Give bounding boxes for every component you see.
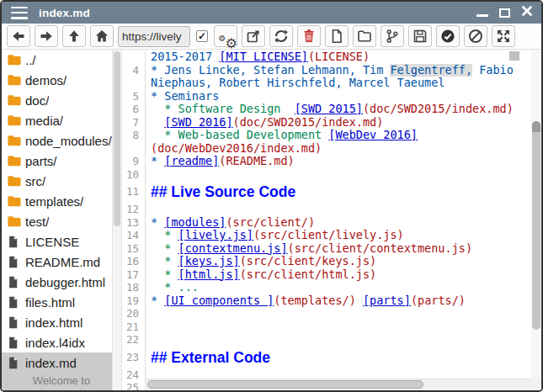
nav-buttons: [4, 25, 115, 47]
folder-item[interactable]: node_modules/: [2, 130, 121, 151]
up-button[interactable]: [62, 25, 86, 47]
editor-row: 22: [122, 333, 541, 347]
file-label: doc/: [25, 93, 49, 108]
home-icon: [93, 28, 110, 45]
menu-icon[interactable]: [11, 7, 28, 19]
selected-file-preview: Welcome to: [2, 373, 121, 390]
accept-button[interactable]: [436, 25, 460, 47]
folder-item[interactable]: ../: [2, 50, 121, 70]
code-segment: (doc/SWD2015/index.md): [363, 103, 514, 115]
scrollbar-corner: [531, 379, 541, 390]
code-editor[interactable]: 2015-2017 [MIT LICENSE](LICENSE)4* Jens …: [122, 50, 541, 390]
file-list: ../demos/doc/media/node_modules/parts/sr…: [2, 50, 121, 373]
code-line: * [lively.js](src/client/lively.js): [146, 229, 541, 242]
new-file-icon: [328, 28, 345, 45]
new-file-button[interactable]: [325, 25, 349, 47]
file-item[interactable]: debugger.html: [2, 272, 121, 292]
file-item[interactable]: files.html: [2, 292, 121, 312]
maximize-icon[interactable]: [499, 8, 510, 18]
line-number: 21: [122, 320, 146, 334]
settings-button[interactable]: ⚙⚙: [214, 25, 237, 47]
code-line: * [readme](README.md): [146, 155, 541, 168]
code-segment: (src/client/html.js): [240, 268, 377, 281]
file-item[interactable]: index.html: [2, 312, 121, 332]
code-segment: * Jens Lincke, Stefan Lehmann, Tim: [151, 64, 390, 77]
editor-vertical-scrollbar[interactable]: [531, 50, 541, 379]
file-label: src/: [25, 174, 45, 188]
editor-vertical-scrollbar-thumb[interactable]: [532, 121, 540, 330]
file-label: node_modules/: [25, 134, 112, 148]
save-button[interactable]: [408, 25, 432, 47]
file-item[interactable]: index.md: [2, 352, 121, 373]
code-line: Niephaus, Robert Hirschfeld, Marcel Taeu…: [146, 77, 541, 90]
open-external-icon: [245, 28, 262, 45]
folder-icon: [7, 133, 22, 148]
folder-item[interactable]: parts/: [2, 151, 121, 171]
file-item[interactable]: LICENSE: [2, 231, 121, 252]
code-line: * [modules](src/client/): [146, 216, 541, 230]
home-button[interactable]: [90, 25, 114, 47]
folder-icon: [7, 72, 22, 87]
editor-row: 7 [SWD 2016](doc/SWD2015/index.md): [122, 116, 541, 130]
editor-rows: 2015-2017 [MIT LICENSE](LICENSE)4* Jens …: [122, 50, 541, 390]
code-segment: (parts/): [411, 294, 466, 307]
editor-row: 12: [122, 203, 541, 216]
folder-item[interactable]: templates/: [2, 191, 121, 211]
folder-item[interactable]: test/: [2, 211, 121, 231]
editor-row: 15 * [contextmenu.js](src/client/context…: [122, 242, 541, 256]
minimize-icon[interactable]: [476, 14, 488, 17]
file-browser-sidebar: ../demos/doc/media/node_modules/parts/sr…: [2, 50, 122, 390]
close-icon[interactable]: [521, 5, 533, 20]
editor-horizontal-scrollbar[interactable]: [146, 379, 531, 390]
markdown-link: [modules]: [164, 216, 226, 229]
line-number: [122, 142, 146, 156]
editor-row: 21: [122, 320, 541, 334]
markdown-link: [keys.js]: [178, 255, 240, 268]
code-segment: Felgentreff,: [390, 64, 472, 77]
sidebar-scrollbar-thumb[interactable]: [114, 51, 120, 226]
new-folder-button[interactable]: [353, 25, 376, 47]
code-segment: (doc/WebDev2016/index.md): [151, 142, 322, 155]
forward-button[interactable]: [35, 25, 58, 47]
line-number: 9: [122, 155, 146, 168]
folder-item[interactable]: media/: [2, 110, 121, 130]
code-segment: *: [151, 229, 178, 241]
file-label: index.html: [25, 315, 83, 330]
editor-row: 18 * ...: [122, 281, 541, 294]
folder-item[interactable]: src/: [2, 171, 121, 191]
fullscreen-button[interactable]: [492, 25, 515, 47]
code-segment: *: [151, 242, 178, 255]
open-external-button[interactable]: [242, 25, 265, 47]
markdown-link: [contextmenu.js]: [178, 242, 288, 255]
line-number: 12: [122, 203, 146, 216]
line-number: 20: [122, 307, 146, 320]
code-line: * ...: [146, 281, 541, 294]
code-segment: Fabio: [472, 64, 514, 77]
folder-item[interactable]: doc/: [2, 90, 121, 110]
editor-row: 5* Seminars: [122, 90, 541, 103]
new-folder-icon: [356, 28, 373, 45]
back-button[interactable]: [7, 25, 30, 47]
git-branch-button[interactable]: [381, 25, 404, 47]
forward-icon: [38, 28, 55, 45]
code-segment: (src/client/lively.js): [253, 229, 404, 241]
code-line: [146, 320, 541, 334]
editor-row: (doc/WebDev2016/index.md): [122, 142, 541, 156]
folder-item[interactable]: demos/: [2, 70, 121, 90]
file-item[interactable]: index.l4idx: [2, 332, 121, 352]
code-line: 2015-2017 [MIT LICENSE](LICENSE): [146, 50, 541, 64]
url-input[interactable]: [118, 26, 190, 47]
save-icon: [412, 28, 429, 45]
cancel-button[interactable]: [464, 25, 487, 47]
file-item[interactable]: README.md: [2, 252, 121, 272]
sidebar-scrollbar[interactable]: [112, 50, 121, 390]
refresh-button[interactable]: [269, 25, 293, 47]
editor-row: 11## Live Source Code: [122, 181, 541, 203]
code-line: * Web-based Development [WebDev 2016]: [146, 129, 541, 142]
delete-button[interactable]: [297, 25, 321, 47]
url-checkbox[interactable]: ✓: [196, 30, 208, 42]
editor-horizontal-scrollbar-thumb[interactable]: [147, 380, 423, 389]
editor-row: 6 * Software Design [SWD 2015](doc/SWD20…: [122, 103, 541, 116]
file-label: index.l4idx: [25, 336, 85, 350]
code-segment: [151, 116, 164, 129]
